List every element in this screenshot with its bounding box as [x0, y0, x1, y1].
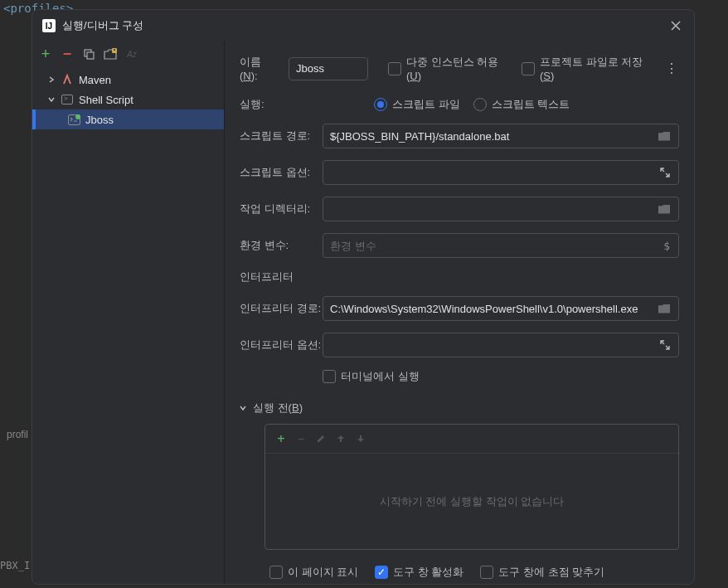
- radio-script-text-label: 스크립트 텍스트: [492, 97, 570, 112]
- browse-folder-button[interactable]: [657, 303, 672, 315]
- expand-icon: [660, 168, 670, 177]
- interpreter-section-title: 인터프리터: [240, 270, 679, 284]
- config-form: 이름(N): 다중 인스턴스 허용(U) 프로젝트 파일로 저장(S) ⋮ 실행…: [225, 41, 694, 584]
- show-this-page-label: 이 페이지 표시: [288, 565, 358, 580]
- footer-options: 이 페이지 표시 ✓ 도구 창 활성화 도구 창에 초점 맞추기: [269, 565, 679, 580]
- interpreter-options-input[interactable]: [330, 339, 658, 352]
- tree-node-shell-script[interactable]: Shell Script: [32, 90, 224, 109]
- move-task-up-button[interactable]: [332, 430, 350, 448]
- script-options-label: 스크립트 옵션:: [240, 165, 323, 180]
- checkbox-icon: [269, 566, 283, 579]
- name-input[interactable]: [289, 57, 368, 80]
- radio-script-file[interactable]: 스크립트 파일: [374, 97, 460, 112]
- activate-tool-window-checkbox[interactable]: ✓ 도구 창 활성화: [375, 565, 463, 580]
- checkbox-icon: [323, 370, 336, 383]
- before-launch-empty-text: 시작하기 전에 실행할 작업이 없습니다: [265, 453, 678, 549]
- svg-point-4: [75, 114, 80, 119]
- radio-script-file-label: 스크립트 파일: [392, 97, 460, 112]
- checkbox-checked-icon: ✓: [375, 566, 388, 579]
- sort-alpha-button[interactable]: Az: [124, 46, 140, 62]
- config-sidebar: + − Az Maven: [32, 41, 225, 584]
- working-dir-label: 작업 디렉터리:: [240, 202, 323, 216]
- tree-label-shell: Shell Script: [79, 94, 133, 106]
- working-dir-input[interactable]: [330, 203, 657, 216]
- tree-label-maven: Maven: [79, 74, 111, 86]
- checkbox-icon: [388, 62, 401, 75]
- allow-multiple-label: 다중 인스턴스 허용(U): [406, 55, 512, 82]
- interpreter-path-row: 인터프리터 경로:: [240, 296, 679, 321]
- browse-folder-button[interactable]: [657, 130, 672, 143]
- run-debug-config-dialog: IJ 실행/디버그 구성 + − Az: [32, 9, 695, 585]
- chevron-down-icon: [46, 96, 57, 103]
- maven-icon: [61, 73, 74, 86]
- radio-script-text[interactable]: 스크립트 텍스트: [473, 97, 570, 112]
- dialog-title: 실행/디버그 구성: [62, 18, 667, 33]
- edit-task-button[interactable]: [312, 430, 330, 448]
- browse-folder-button[interactable]: [657, 203, 672, 216]
- tree-node-maven[interactable]: Maven: [32, 70, 224, 90]
- working-dir-field: [323, 197, 679, 221]
- script-options-input[interactable]: [330, 167, 658, 179]
- copy-config-button[interactable]: [80, 46, 97, 62]
- interpreter-options-field: [323, 333, 679, 357]
- folder-icon: [658, 304, 670, 313]
- config-tree: Maven Shell Script Jboss: [32, 66, 224, 133]
- interpreter-options-label: 인터프리터 옵션:: [240, 338, 323, 352]
- show-this-page-checkbox[interactable]: 이 페이지 표시: [269, 565, 358, 580]
- checkbox-icon: [480, 566, 493, 579]
- tree-leaf-jboss[interactable]: Jboss: [32, 109, 224, 129]
- run-in-terminal-label: 터미널에서 실행: [341, 369, 420, 384]
- name-label: 이름(N):: [240, 55, 279, 82]
- more-options-button[interactable]: ⋮: [665, 61, 679, 76]
- remove-config-button[interactable]: −: [59, 46, 75, 62]
- chevron-down-icon: [240, 405, 246, 411]
- folder-icon: [658, 205, 670, 214]
- add-task-button[interactable]: +: [272, 430, 290, 448]
- env-vars-input[interactable]: [330, 240, 662, 252]
- remove-task-button[interactable]: −: [292, 430, 310, 448]
- shell-script-icon: [61, 93, 74, 106]
- execute-label: 실행:: [240, 97, 323, 112]
- env-vars-macro-button[interactable]: $: [662, 238, 672, 254]
- jboss-config-icon: [67, 113, 80, 126]
- before-launch-header[interactable]: 실행 전(B): [240, 401, 679, 415]
- checkbox-icon: [522, 62, 535, 75]
- app-icon: IJ: [42, 19, 56, 32]
- script-path-field: [323, 124, 679, 148]
- move-task-down-button[interactable]: [352, 430, 370, 448]
- expand-field-button[interactable]: [658, 338, 672, 352]
- allow-multiple-checkbox[interactable]: 다중 인스턴스 허용(U): [388, 55, 512, 82]
- expand-field-button[interactable]: [658, 166, 672, 179]
- script-path-label: 스크립트 경로:: [240, 129, 323, 143]
- script-path-input[interactable]: [330, 130, 657, 143]
- interpreter-path-field: [323, 296, 679, 321]
- add-config-button[interactable]: +: [37, 46, 54, 62]
- env-vars-field: $: [323, 233, 679, 258]
- dialog-header: IJ 실행/디버그 구성: [32, 10, 694, 41]
- interpreter-path-input[interactable]: [330, 303, 657, 315]
- script-path-row: 스크립트 경로:: [240, 124, 679, 148]
- save-template-button[interactable]: [102, 46, 119, 62]
- activate-tool-window-label: 도구 창 활성화: [393, 565, 463, 580]
- working-dir-row: 작업 디렉터리:: [240, 197, 679, 221]
- save-to-project-checkbox[interactable]: 프로젝트 파일로 저장(S): [522, 55, 655, 82]
- before-launch-tasks: + − 시작하기 전에 실행할 작업이 없습니다: [265, 424, 679, 550]
- script-options-row: 스크립트 옵션:: [240, 160, 679, 185]
- run-in-terminal-row: 터미널에서 실행: [323, 369, 679, 384]
- run-in-terminal-checkbox[interactable]: 터미널에서 실행: [323, 369, 420, 384]
- expand-icon: [660, 340, 670, 350]
- interpreter-options-row: 인터프리터 옵션:: [240, 333, 679, 357]
- save-to-project-label: 프로젝트 파일로 저장(S): [540, 55, 655, 82]
- env-vars-row: 환경 변수: $: [240, 233, 679, 258]
- close-button[interactable]: [667, 17, 684, 34]
- svg-rect-1: [87, 52, 94, 59]
- radio-icon: [473, 98, 487, 111]
- chevron-right-icon: [46, 76, 57, 83]
- sidebar-toolbar: + − Az: [32, 41, 224, 66]
- focus-tool-window-checkbox[interactable]: 도구 창에 초점 맞추기: [480, 565, 604, 580]
- bg-text-pbx: PBX_I: [0, 560, 30, 571]
- script-options-field: [323, 160, 679, 185]
- dialog-body: + − Az Maven: [32, 41, 694, 584]
- tree-label-jboss: Jboss: [85, 114, 114, 126]
- bg-text-profil: profil: [7, 429, 28, 440]
